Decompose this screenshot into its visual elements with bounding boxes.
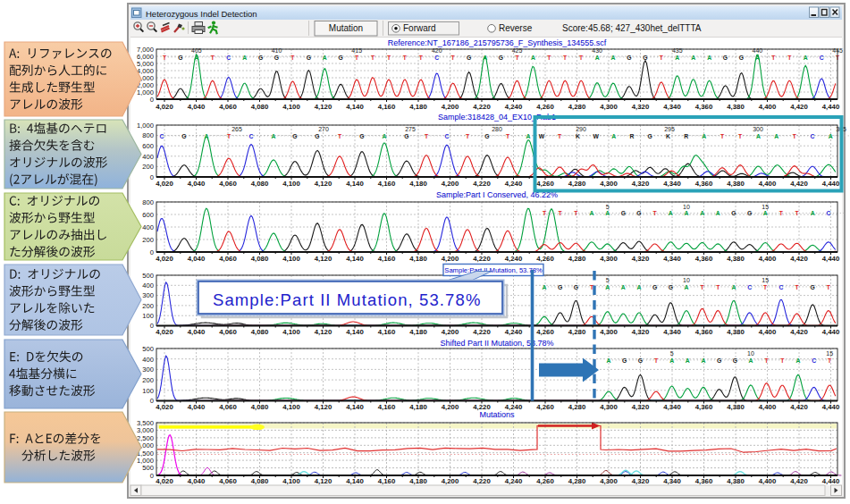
svg-text:4,160: 4,160 <box>378 255 396 263</box>
svg-text:600: 600 <box>142 211 154 219</box>
svg-text:4,320: 4,320 <box>632 477 650 485</box>
svg-text:410: 410 <box>272 47 282 54</box>
svg-text:4,220: 4,220 <box>473 103 491 111</box>
svg-text:4,320: 4,320 <box>632 255 650 263</box>
svg-text:3,000: 3,000 <box>137 426 154 434</box>
svg-text:G: G <box>558 284 562 290</box>
svg-text:G: G <box>258 55 263 61</box>
svg-text:430: 430 <box>592 47 602 54</box>
svg-text:4,240: 4,240 <box>505 180 523 188</box>
svg-text:C: C <box>747 284 752 290</box>
svg-text:4,340: 4,340 <box>663 328 681 336</box>
svg-text:300: 300 <box>753 126 763 132</box>
svg-text:G: G <box>731 210 736 216</box>
svg-text:A: A <box>707 55 711 61</box>
svg-text:C: C <box>249 133 254 139</box>
svg-text:4,060: 4,060 <box>219 328 237 336</box>
svg-text:Mutation: Mutation <box>329 23 363 33</box>
svg-text:4,080: 4,080 <box>251 180 269 188</box>
svg-text:4,120: 4,120 <box>315 180 332 188</box>
svg-text:A: A <box>756 133 761 139</box>
svg-text:A: A <box>684 284 688 290</box>
svg-text:Heterozygous Indel Detection: Heterozygous Indel Detection <box>146 9 257 19</box>
svg-text:A: A <box>669 357 674 364</box>
svg-text:500: 500 <box>142 464 154 472</box>
svg-text:4,100: 4,100 <box>282 255 300 263</box>
svg-text:4,080: 4,080 <box>251 328 269 336</box>
svg-text:W: W <box>593 133 599 139</box>
svg-text:4,120: 4,120 <box>315 403 332 411</box>
svg-text:4,400: 4,400 <box>759 328 777 336</box>
svg-text:4,060: 4,060 <box>219 255 237 263</box>
svg-text:A: A <box>590 210 594 216</box>
svg-text:A: A <box>621 284 626 290</box>
svg-text:4,020: 4,020 <box>156 180 173 188</box>
svg-text:4,280: 4,280 <box>568 255 586 263</box>
svg-text:A: A <box>607 357 611 364</box>
svg-text:A: A <box>755 55 760 61</box>
svg-text:4,100: 4,100 <box>282 180 300 188</box>
svg-text:500: 500 <box>142 272 154 280</box>
svg-text:G: G <box>274 55 279 61</box>
svg-text:C: C <box>445 133 450 139</box>
svg-text:4,140: 4,140 <box>346 328 364 336</box>
svg-text:4,260: 4,260 <box>536 103 554 111</box>
svg-text:G: G <box>574 284 578 290</box>
svg-text:A: A <box>669 210 673 216</box>
svg-text:A: A <box>611 133 616 139</box>
svg-text:G: G <box>307 55 311 61</box>
svg-text:4,320: 4,320 <box>632 103 650 111</box>
svg-text:4,420: 4,420 <box>790 403 808 411</box>
svg-text:C: C <box>812 357 816 364</box>
svg-text:4,440: 4,440 <box>822 255 840 263</box>
svg-text:R: R <box>684 133 688 139</box>
svg-text:400: 400 <box>142 153 154 161</box>
svg-text:A: A <box>383 133 387 139</box>
svg-text:G: G <box>739 55 744 61</box>
svg-text:200: 200 <box>142 163 154 171</box>
svg-text:4,000: 4,000 <box>137 67 154 75</box>
svg-text:A: A <box>675 55 679 61</box>
svg-text:4,400: 4,400 <box>759 103 777 111</box>
svg-text:4,280: 4,280 <box>568 180 586 188</box>
svg-text:A: A <box>691 55 695 61</box>
svg-text:270: 270 <box>318 126 329 132</box>
svg-text:15: 15 <box>826 350 833 357</box>
svg-text:G: G <box>652 284 657 290</box>
svg-text:0: 0 <box>150 173 154 181</box>
svg-text:275: 275 <box>405 126 416 132</box>
svg-text:Reference:NT_167186_215795736_: Reference:NT_167186_215795736_F_Synthesi… <box>388 38 607 47</box>
svg-text:A: A <box>829 133 833 139</box>
svg-text:4,100: 4,100 <box>282 477 300 485</box>
svg-text:4,200: 4,200 <box>442 103 459 111</box>
svg-text:A: A <box>543 284 547 290</box>
svg-text:4,100: 4,100 <box>282 403 300 411</box>
svg-text:R: R <box>630 133 635 139</box>
svg-text:4,420: 4,420 <box>790 103 808 111</box>
svg-text:10: 10 <box>747 350 754 357</box>
svg-text:4,180: 4,180 <box>409 180 427 188</box>
svg-text:4,380: 4,380 <box>727 403 745 411</box>
svg-text:4,420: 4,420 <box>790 255 808 263</box>
svg-text:4,380: 4,380 <box>727 328 745 336</box>
svg-text:4,240: 4,240 <box>505 103 523 111</box>
svg-text:4,360: 4,360 <box>695 403 713 411</box>
svg-text:4,400: 4,400 <box>759 477 777 485</box>
svg-text:4,340: 4,340 <box>663 477 681 485</box>
svg-text:A: A <box>205 133 209 139</box>
svg-text:4,020: 4,020 <box>156 255 173 263</box>
svg-text:4,360: 4,360 <box>695 328 713 336</box>
svg-text:4,040: 4,040 <box>188 328 206 336</box>
svg-text:4,360: 4,360 <box>695 103 713 111</box>
svg-text:C: C <box>826 210 830 216</box>
svg-text:4,180: 4,180 <box>409 477 427 485</box>
svg-text:4,140: 4,140 <box>346 477 364 485</box>
svg-text:A: A <box>811 210 815 216</box>
svg-text:4,380: 4,380 <box>727 103 745 111</box>
svg-text:A: A <box>716 210 720 216</box>
svg-text:4,040: 4,040 <box>188 180 206 188</box>
svg-text:2,500: 2,500 <box>137 434 154 442</box>
svg-text:500: 500 <box>142 345 154 353</box>
svg-text:10: 10 <box>683 204 690 210</box>
svg-text:4,280: 4,280 <box>568 103 586 111</box>
